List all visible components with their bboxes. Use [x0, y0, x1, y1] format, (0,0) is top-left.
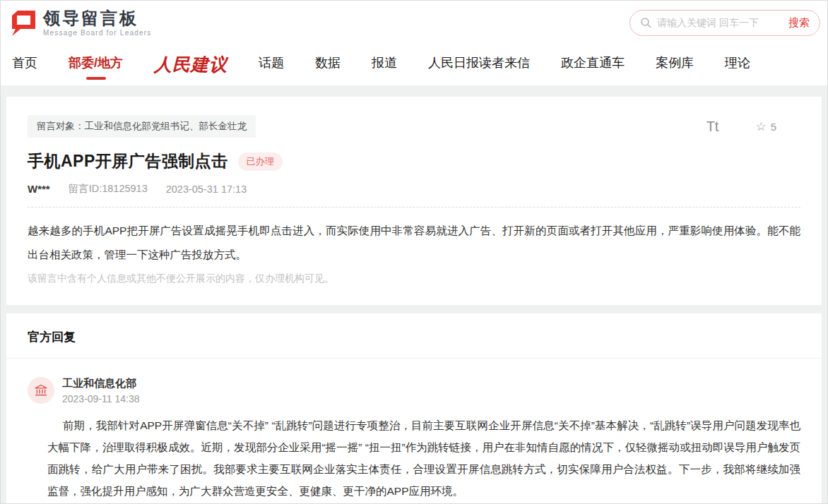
nav-item-case-library[interactable]: 案例库 — [654, 49, 695, 81]
nav-item-data[interactable]: 数据 — [314, 49, 342, 81]
search-input[interactable] — [657, 17, 783, 28]
search-box[interactable]: 搜索 — [629, 10, 820, 36]
site-title-block: 领导留言板 Message Board for Leaders — [43, 9, 151, 37]
star-favorite-button[interactable]: ☆ 5 — [755, 119, 776, 134]
message-id: 留言ID:18125913 — [69, 182, 148, 196]
page: 领导留言板 Message Board for Leaders 搜索 首页 部委… — [0, 0, 828, 504]
message-target-tag: 留言对象：工业和信息化部党组书记、部长金壮龙 — [28, 115, 256, 138]
avatar — [28, 377, 54, 404]
nav-item-people-suggestions[interactable]: 人民建议 — [153, 47, 229, 83]
site-title: 领导留言板 — [43, 9, 151, 28]
message-title-row: 手机APP开屏广告强制点击 已办理 — [28, 150, 800, 172]
message-bubble-logo-icon — [9, 8, 37, 37]
reply-item: 工业和信息化部 2023-09-11 14:38 前期，我部针对APP开屏弹窗信… — [6, 359, 822, 503]
status-badge: 已办理 — [238, 152, 283, 171]
site-subtitle: Message Board for Leaders — [43, 29, 151, 37]
message-timestamp: 2023-05-31 17:13 — [166, 184, 247, 195]
star-count: 5 — [771, 121, 776, 133]
message-author: W*** — [28, 183, 50, 195]
font-size-icon[interactable]: Tt — [706, 119, 719, 135]
reply-org-name: 工业和信息化部 — [62, 377, 140, 390]
main-nav: 首页 部委/地方 人民建议 话题 数据 报道 人民日报读者来信 政企直通车 案例… — [1, 44, 827, 85]
reply-author-row: 工业和信息化部 2023-09-11 14:38 — [28, 377, 800, 404]
search-button[interactable]: 搜索 — [783, 16, 810, 30]
nav-item-reports[interactable]: 报道 — [370, 49, 398, 81]
top-header: 领导留言板 Message Board for Leaders 搜索 — [1, 1, 827, 44]
reply-timestamp: 2023-09-11 14:38 — [62, 393, 140, 404]
privacy-note: 该留言中含有个人信息或其他不便公开展示的内容，仅办理机构可见。 — [28, 272, 800, 285]
nav-item-theory[interactable]: 理论 — [723, 49, 752, 81]
dashed-divider — [28, 207, 800, 208]
nav-item-ministries-local[interactable]: 部委/地方 — [67, 49, 124, 81]
site-logo[interactable]: 领导留言板 Message Board for Leaders — [9, 8, 151, 37]
message-card-top: 留言对象：工业和信息化部党组书记、部长金壮龙 Tt ☆ 5 — [28, 115, 800, 138]
main-content: 留言对象：工业和信息化部党组书记、部长金壮龙 Tt ☆ 5 手机APP开屏广告强… — [1, 85, 827, 503]
message-body: 越来越多的手机APP把开屏广告设置成摇晃手机即点击进入，而实际使用中非常容易就进… — [28, 219, 800, 267]
nav-item-gov-enterprise[interactable]: 政企直通车 — [560, 49, 626, 81]
message-card: 留言对象：工业和信息化部党组书记、部长金壮龙 Tt ☆ 5 手机APP开屏广告强… — [6, 97, 822, 305]
message-tools: Tt ☆ 5 — [706, 119, 776, 135]
reply-author-block: 工业和信息化部 2023-09-11 14:38 — [62, 377, 140, 404]
nav-item-topics[interactable]: 话题 — [257, 49, 285, 81]
message-title: 手机APP开屏广告强制点击 — [28, 150, 228, 172]
nav-item-home[interactable]: 首页 — [11, 49, 39, 81]
nav-item-label: 部委/地方 — [69, 56, 123, 70]
active-tab-underline — [86, 77, 106, 80]
search-icon — [640, 17, 651, 28]
official-reply-card: 官方回复 工业和信息化部 — [6, 313, 822, 503]
government-building-icon — [34, 383, 48, 397]
message-meta: W*** 留言ID:18125913 2023-05-31 17:13 — [28, 182, 800, 196]
official-reply-header: 官方回复 — [6, 313, 822, 359]
nav-item-readers-letters[interactable]: 人民日报读者来信 — [427, 49, 531, 81]
reply-body: 前期，我部针对APP开屏弹窗信息“关不掉” “乱跳转”问题进行专项整治，目前主要… — [47, 414, 800, 502]
star-icon: ☆ — [755, 119, 766, 134]
